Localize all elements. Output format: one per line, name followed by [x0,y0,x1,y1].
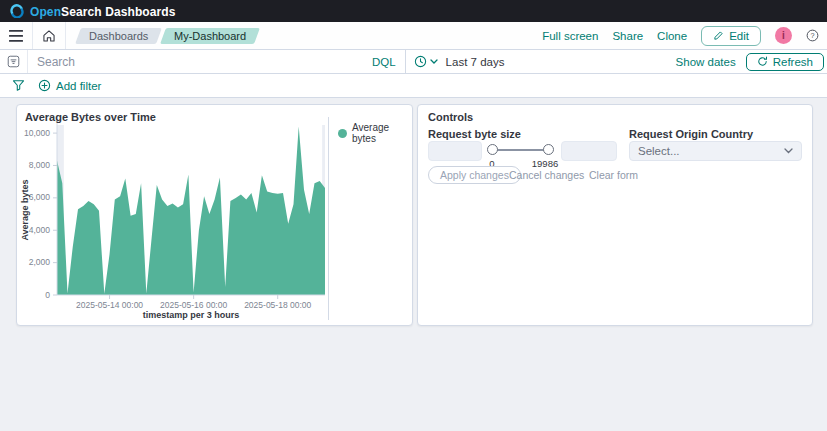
home-icon [42,29,56,43]
menu-button[interactable] [0,22,33,49]
refresh-icon [757,56,768,67]
legend-marker [338,129,347,138]
breadcrumb-dashboards[interactable]: Dashboards [75,28,162,44]
svg-text:2025-05-16 00:00: 2025-05-16 00:00 [160,300,227,310]
breadcrumb-label: My-Dashboard [174,30,246,42]
cancel-changes-button[interactable]: Cancel changes [509,169,584,181]
svg-text:?: ? [810,31,814,40]
breadcrumb-my-dashboard: My-Dashboard [160,28,260,44]
menu-icon [9,30,23,42]
controls-panel: Controls Request byte size 0 19986 Reque… [417,104,813,326]
svg-text:0: 0 [45,290,50,300]
svg-text:6,000: 6,000 [29,192,51,202]
pencil-icon [713,30,724,41]
dashboard-content: Average Bytes over Time 02,0004,0006,000… [0,98,827,431]
svg-text:timestamp per 3 hours: timestamp per 3 hours [143,310,240,320]
edit-button[interactable]: Edit [701,26,761,46]
query-language-button[interactable]: DQL [363,50,406,73]
byte-size-max-input[interactable] [561,141,617,161]
apply-changes-button[interactable]: Apply changes [428,166,521,184]
edit-button-label: Edit [729,30,749,42]
add-filter-button[interactable]: Add filter [38,79,101,92]
svg-text:2025-05-14 00:00: 2025-05-14 00:00 [76,300,143,310]
app-header: OpenSearch Dashboards [0,0,827,22]
byte-size-label: Request byte size [428,128,521,140]
search-bar: DQL Last 7 days Show dates Refresh [0,50,827,74]
origin-country-selected-value: Select... [638,145,680,157]
origin-country-select[interactable]: Select... [629,141,802,161]
slider-max-label: 19986 [530,158,560,169]
show-dates-button[interactable]: Show dates [676,56,736,68]
nav-bar: DashboardsMy-Dashboard Full screenShareC… [0,22,827,50]
logo-text-primary: Open [30,5,61,19]
app-logo-text: OpenSearch Dashboards [30,2,176,20]
chart-title: Average Bytes over Time [25,111,156,123]
clock-icon [414,55,427,68]
svg-text:Average bytes: Average bytes [20,179,30,240]
saved-queries-button[interactable] [0,50,28,73]
legend-item-average-bytes[interactable]: Average bytes [338,122,412,144]
slider-handle-max[interactable] [543,144,554,155]
saved-queries-icon [7,55,20,68]
home-button[interactable] [33,22,66,49]
breadcrumb: DashboardsMy-Dashboard [78,28,261,44]
nav-action-share[interactable]: Share [612,30,643,42]
svg-text:2025-05-18 00:00: 2025-05-18 00:00 [244,300,311,310]
filter-icon[interactable] [12,79,25,92]
add-filter-label: Add filter [56,80,101,92]
breadcrumb-label: Dashboards [89,30,148,42]
nav-action-clone[interactable]: Clone [657,30,687,42]
nav-actions: Full screenShareClone Edit i ? [542,26,827,46]
svg-text:4,000: 4,000 [29,225,51,235]
refresh-button-label: Refresh [773,56,813,68]
chevron-down-icon [784,148,793,154]
svg-text:8,000: 8,000 [29,160,51,170]
opensearch-logo-icon [10,4,24,18]
filter-bar: Add filter [0,74,827,98]
chart-panel: Average Bytes over Time 02,0004,0006,000… [16,104,413,326]
slider-track [493,149,548,151]
controls-title: Controls [428,111,473,123]
logo-text-secondary: Search Dashboards [61,5,175,19]
time-range-display[interactable]: Last 7 days [446,56,566,68]
chevron-down-icon [430,59,438,64]
svg-text:10,000: 10,000 [24,128,50,138]
slider-handle-min[interactable] [487,144,498,155]
plus-circle-icon [38,79,51,92]
avatar[interactable]: i [775,27,792,44]
search-input[interactable] [28,55,363,69]
byte-size-min-input[interactable] [428,141,482,161]
chart-legend: Average bytes [328,117,412,320]
svg-text:2,000: 2,000 [29,257,51,267]
refresh-button[interactable]: Refresh [746,53,824,71]
nav-action-full-screen[interactable]: Full screen [542,30,598,42]
clear-form-button[interactable]: Clear form [589,169,638,181]
quick-select-button[interactable] [406,55,446,68]
help-button[interactable]: ? [806,29,819,42]
help-icon: ? [806,29,819,42]
legend-label: Average bytes [352,122,412,144]
origin-country-label: Request Origin Country [629,128,753,140]
